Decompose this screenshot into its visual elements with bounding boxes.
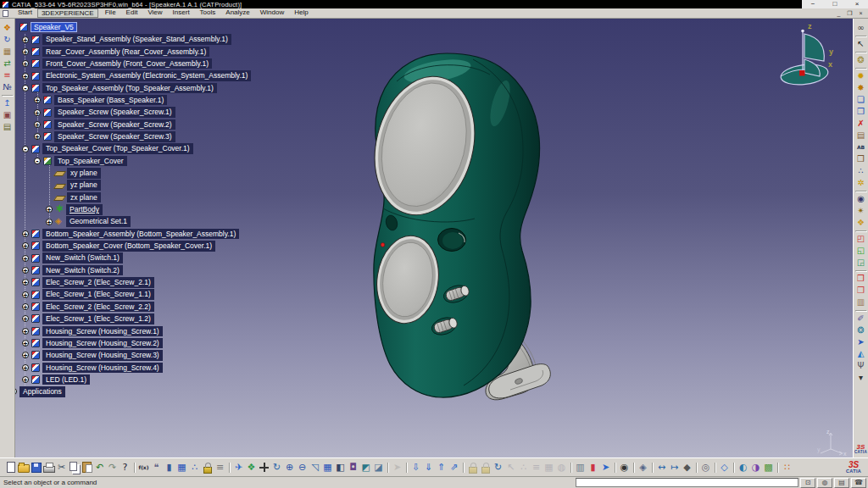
lock-button[interactable] [201, 461, 214, 474]
tree-node[interactable]: zx plane [0, 191, 251, 203]
update-assembly-icon[interactable]: ✹ [854, 70, 867, 82]
knowledge-ruler-button[interactable]: ▮ [163, 461, 175, 474]
tree-node[interactable]: + New_Switch (Switch.1) [0, 252, 251, 264]
tree-node[interactable]: + Housing_Screw (Housing_Screw.4) [0, 362, 251, 374]
knowledge-button[interactable]: ▤ [834, 478, 849, 488]
3d-compass[interactable]: z y x [767, 20, 843, 92]
command-input[interactable] [576, 478, 798, 487]
tree-expander[interactable]: + [22, 255, 29, 262]
tree-node[interactable]: + Front_Cover_Assembly (Front_Cover_Asse… [0, 58, 251, 69]
tree-node[interactable]: - Top_Speaker_Cover [0, 155, 251, 167]
tree-expander[interactable]: + [22, 279, 29, 286]
pointer-mode-button[interactable]: ↖ [504, 461, 517, 474]
world-icon[interactable]: ❂ [854, 324, 867, 336]
quick-view-button[interactable]: ◧ [334, 461, 347, 474]
rotate-button[interactable]: ↻ [270, 461, 283, 474]
prism-view-icon[interactable]: ◭ [854, 348, 867, 360]
examine-mode-icon[interactable]: ❂ [854, 54, 867, 66]
tree-node[interactable]: + Elec_Screw_1 (Elec_Screw_1.2) [0, 313, 251, 324]
tree-node-label[interactable]: xy plane [67, 168, 101, 179]
tree-node[interactable]: + Applications [0, 385, 251, 397]
tree-node-label[interactable]: Elec_Screw_2 (Elec_Screw_2.2) [42, 302, 154, 313]
render-style-button[interactable]: ◘ [347, 461, 359, 474]
tree-node[interactable]: + Elec_Screw_1 (Elec_Screw_1.1) [0, 289, 251, 301]
tree-node[interactable]: + Electronic_System_Assembly (Electronic… [0, 69, 251, 81]
lighting-button[interactable]: ◩ [359, 461, 372, 474]
assembly-graph-icon[interactable]: ∴ [854, 165, 867, 177]
tree-node-label[interactable]: yz plane [67, 180, 101, 191]
open-folder-icon[interactable]: ◱ [854, 245, 867, 257]
component-box-icon[interactable]: ❒ [854, 153, 867, 165]
tree-node[interactable]: xy plane [0, 167, 251, 179]
tree-view-button[interactable]: ∴ [517, 461, 530, 474]
tree-node[interactable]: + Bottom_Speaker_Cover (Bottom_Speaker_C… [0, 240, 251, 252]
tree-node[interactable]: + Bass_Speaker (Bass_Speaker.1) [0, 94, 251, 106]
copy-button[interactable] [68, 461, 81, 474]
globe-button[interactable]: ◍ [555, 461, 568, 474]
tree-expander[interactable]: + [22, 267, 29, 274]
database-query-button[interactable]: ⇗ [448, 461, 460, 474]
save-button[interactable] [30, 461, 42, 474]
constraints-gears-icon[interactable]: ✲ [854, 177, 867, 189]
print-button[interactable] [42, 461, 55, 474]
compare-products-icon[interactable]: AB [854, 141, 867, 153]
tree-node-label[interactable]: Speaker_Stand_Assembly (Speaker_Stand_As… [42, 34, 231, 45]
tree-node-label[interactable]: Top_Speaker_Cover (Top_Speaker_Cover.1) [42, 143, 193, 154]
tree-expander[interactable]: + [22, 230, 29, 237]
desk-icon[interactable]: ◲ [854, 257, 867, 269]
normal-view-button[interactable]: ◹ [309, 461, 321, 474]
travel-icon[interactable]: ➤ [854, 336, 867, 348]
menu-item[interactable]: File [100, 8, 121, 18]
tree-node-label[interactable]: Rear_Cover_Assembly (Rear_Cover_Assembly… [42, 47, 209, 58]
tree-expander[interactable]: + [34, 97, 41, 103]
database-up-button[interactable]: ⇑ [435, 461, 448, 474]
formula-button[interactable]: f(x) [137, 461, 150, 474]
tree-expander[interactable]: - [22, 146, 29, 152]
pan-button[interactable] [258, 461, 270, 474]
fly-mode-button[interactable]: ✈ [232, 461, 245, 474]
zoom-out-button[interactable]: ⊖ [296, 461, 309, 474]
tree-node-label[interactable]: Speaker_Screw (Speaker_Screw.3) [54, 131, 175, 142]
database-doc-button[interactable]: ▥ [574, 461, 587, 474]
tree-node[interactable]: - Top_Speaker_Cover (Top_Speaker_Cover.1… [0, 142, 251, 154]
ground-button[interactable]: ◪ [372, 461, 385, 474]
tree-node-label[interactable]: Speaker_Screw (Speaker_Screw.2) [54, 119, 175, 130]
camera-button[interactable]: ◉ [618, 461, 631, 474]
tree-node-label[interactable]: Bass_Speaker (Bass_Speaker.1) [54, 95, 167, 106]
insert-component-icon[interactable]: ❏ [854, 94, 867, 106]
tree-node-label[interactable]: Speaker_V5 [31, 22, 77, 33]
tree-node[interactable]: + Geometrical Set.1 [0, 216, 251, 228]
tree-node[interactable]: Speaker_V5 [0, 21, 251, 33]
tree-node-label[interactable]: Front_Cover_Assembly (Front_Cover_Assemb… [42, 58, 212, 69]
tree-node[interactable]: + Speaker_Screw (Speaker_Screw.2) [0, 119, 251, 130]
tree-expander[interactable]: - [22, 85, 29, 92]
lock-item-button[interactable] [466, 461, 479, 474]
redo-button[interactable]: ↷ [106, 461, 119, 474]
tree-node-label[interactable]: Elec_Screw_1 (Elec_Screw_1.2) [42, 313, 154, 324]
update-positions-icon[interactable]: ✸ [854, 82, 867, 94]
tree-expander[interactable]: + [22, 303, 29, 310]
tree-node[interactable]: + Housing_Screw (Housing_Screw.3) [0, 349, 251, 361]
tree-expander[interactable]: + [34, 133, 41, 140]
grid-view-button[interactable]: ▦ [542, 461, 555, 474]
knowledge-expert-button[interactable]: ≡ [214, 461, 226, 474]
tree-node[interactable]: + New_Switch (Switch.2) [0, 264, 251, 276]
tree-node[interactable]: + PartBody [0, 203, 251, 215]
tree-expander[interactable]: + [22, 315, 29, 322]
tree-expander[interactable]: + [22, 291, 29, 298]
plm-open-button[interactable]: ⇩ [409, 461, 422, 474]
menu-item[interactable]: Analyze [220, 8, 254, 18]
tree-expander[interactable]: + [22, 376, 29, 383]
tree-expander[interactable]: + [22, 364, 29, 371]
plm-save-button[interactable]: ⇓ [422, 461, 435, 474]
tree-node[interactable]: + Bottom_Speaker_Assembly (Bottom_Speake… [0, 228, 251, 240]
apply-material-button[interactable]: ▩ [762, 461, 775, 474]
tree-expander[interactable]: + [22, 60, 29, 67]
tree-expander[interactable]: + [22, 328, 29, 335]
tree-node-label[interactable]: Housing_Screw (Housing_Screw.4) [42, 363, 163, 374]
expand-command-button[interactable]: ⊡ [800, 478, 815, 488]
exit-door-button[interactable]: ➤ [599, 461, 612, 474]
tree-node[interactable]: + Rear_Cover_Assembly (Rear_Cover_Assemb… [0, 46, 251, 58]
tree-node[interactable]: + Speaker_Screw (Speaker_Screw.3) [0, 130, 251, 142]
tree-node[interactable]: + Speaker_Stand_Assembly (Speaker_Stand_… [0, 33, 251, 45]
